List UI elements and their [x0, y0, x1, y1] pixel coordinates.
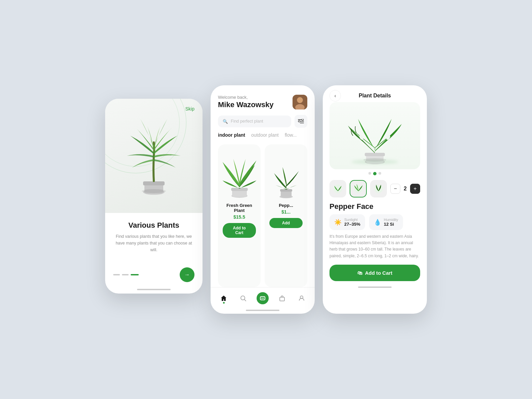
plant-card-1: Fresh Green Plant $15.5 Add to Cart	[218, 144, 261, 287]
plant-price-2: $1...	[281, 209, 291, 215]
nav-profile[interactable]	[296, 292, 308, 304]
variant-thumb-2	[352, 183, 364, 195]
svg-point-27	[365, 160, 385, 164]
svg-point-37	[374, 184, 383, 193]
search-placeholder: Find perfect plant	[231, 119, 263, 124]
detail-header: ‹ Plant Details	[323, 85, 427, 102]
quantity-increase-button[interactable]: +	[410, 184, 420, 194]
plant-name-2: Pepp...	[279, 203, 293, 208]
welcome-section: Welcome back, Mike Wazowsky	[218, 95, 273, 109]
plant-name-1: Fresh Green Plant	[223, 203, 256, 213]
dot-3-active	[131, 274, 139, 275]
nav-home[interactable]	[218, 292, 230, 304]
plant-image-2	[266, 149, 306, 200]
variant-1[interactable]	[329, 180, 346, 197]
bag-icon	[279, 295, 285, 302]
svg-point-36	[354, 184, 362, 193]
svg-point-33	[380, 129, 384, 134]
pagination-dots	[113, 274, 139, 275]
svg-point-35	[334, 184, 342, 193]
svg-point-34	[363, 158, 386, 162]
sunlight-icon: ☀️	[334, 219, 342, 226]
variant-thumb-1	[332, 183, 344, 195]
plant-showcase	[329, 102, 420, 169]
cart-icon: 🛍	[357, 270, 362, 276]
carousel-dot-3	[379, 172, 381, 175]
add-to-cart-button-detail[interactable]: 🛍 Add to Cart	[329, 265, 420, 281]
variant-row: − 2 +	[323, 177, 427, 200]
humidity-icon: 💧	[374, 219, 381, 226]
scan-icon	[259, 295, 266, 302]
plants-grid: Fresh Green Plant $15.5 Add to Cart	[211, 144, 315, 287]
screen-1-onboarding: Skip	[105, 99, 203, 294]
humidity-value: 12 Si	[384, 222, 398, 227]
svg-point-19	[241, 296, 245, 300]
svg-rect-25	[280, 297, 284, 301]
variant-2-selected[interactable]	[350, 180, 366, 197]
profile-icon	[298, 295, 305, 302]
svg-point-7	[297, 97, 303, 103]
tab-outdoor-plant[interactable]: outdoor plant	[251, 132, 279, 139]
skip-button[interactable]: Skip	[185, 106, 194, 112]
carousel-dots	[323, 169, 427, 177]
variant-3[interactable]	[370, 180, 387, 197]
svg-point-12	[299, 121, 300, 122]
quantity-decrease-button[interactable]: −	[390, 184, 400, 194]
plant-description: It's from Europe and western and eastern…	[323, 233, 427, 265]
plant-detail-name: Pepper Face	[323, 200, 427, 214]
svg-rect-29	[365, 153, 385, 156]
humidity-info: Humidity 12 Si	[384, 218, 398, 227]
onboarding-title: Various Plants	[115, 221, 193, 230]
filter-button[interactable]	[295, 115, 307, 128]
plant-image-1	[219, 149, 260, 200]
carousel-dot-1	[368, 172, 371, 175]
onboarding-bottom-row: →	[105, 267, 203, 289]
home-active-dot	[223, 302, 225, 304]
search-bar[interactable]: 🔍 Find perfect plant	[218, 116, 291, 127]
next-button[interactable]: →	[180, 267, 194, 282]
palm-plant-illustration	[120, 109, 187, 203]
sunlight-stat: ☀️ Sunlight 27–35%	[329, 214, 365, 230]
plant-price-1: $15.5	[233, 214, 245, 220]
variant-thumb-3	[372, 183, 385, 195]
sunlight-label: Sunlight	[344, 218, 360, 222]
dot-2	[122, 274, 129, 275]
nav-bag[interactable]	[276, 292, 288, 304]
onboarding-content: Various Plants Find various plants that …	[105, 213, 203, 267]
screen-3-detail: ‹ Plant Details	[323, 85, 427, 314]
green-plant-svg	[221, 149, 258, 200]
home-header: Welcome back, Mike Wazowsky	[211, 85, 315, 115]
nav-scan[interactable]	[257, 292, 269, 304]
svg-point-31	[366, 129, 370, 134]
sunlight-info: Sunlight 27–35%	[344, 218, 360, 227]
detail-page-title: Plant Details	[359, 93, 391, 99]
screens-container: Skip	[105, 85, 427, 314]
svg-rect-10	[300, 123, 304, 123]
search-icon: 🔍	[223, 119, 228, 124]
screen-2-home: Welcome back, Mike Wazowsky 🔍 Find perfe…	[211, 85, 315, 314]
plant-background	[105, 99, 203, 213]
home-indicator-2	[246, 310, 279, 311]
home-indicator-3	[358, 286, 392, 288]
svg-rect-8	[298, 119, 302, 120]
filter-icon	[298, 119, 304, 124]
home-icon	[220, 295, 227, 302]
onboarding-description: Find various plants that you like here, …	[115, 233, 193, 253]
search-row: 🔍 Find perfect plant	[211, 115, 315, 132]
humidity-stat: 💧 Humidity 12 Si	[369, 214, 403, 230]
add-to-cart-button-1[interactable]: Add to Cart	[223, 223, 256, 238]
carousel-dot-2-active	[373, 172, 376, 175]
sunlight-value: 27–35%	[344, 222, 360, 227]
quantity-value: 2	[404, 186, 407, 192]
nav-search[interactable]	[237, 292, 249, 304]
add-to-cart-button-2[interactable]: Add	[269, 218, 303, 228]
monstera-plant-svg	[341, 105, 408, 166]
humidity-label: Humidity	[384, 218, 398, 222]
user-name: Mike Wazowsky	[218, 100, 273, 109]
user-avatar[interactable]	[293, 95, 307, 109]
category-tabs: indoor plant outdoor plant flow...	[211, 132, 315, 144]
tab-indoor-plant[interactable]: indoor plant	[218, 132, 245, 139]
dot-1	[113, 274, 120, 275]
tab-flowers[interactable]: flow...	[285, 132, 297, 139]
back-button[interactable]: ‹	[329, 90, 341, 101]
